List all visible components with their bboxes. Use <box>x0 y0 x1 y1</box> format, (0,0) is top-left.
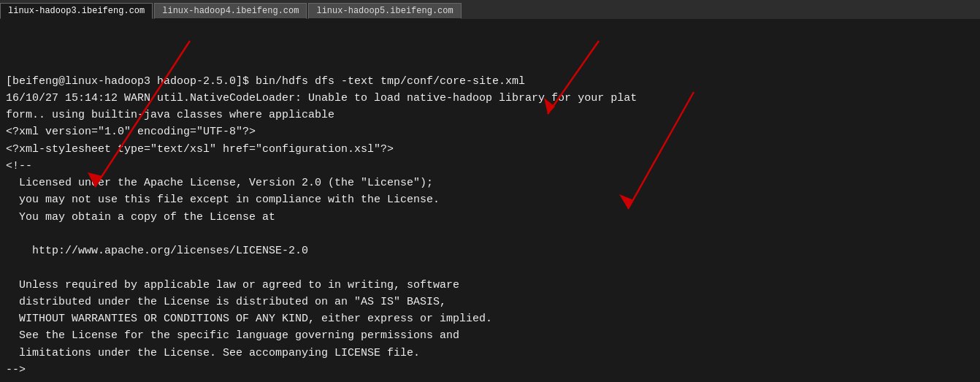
terminal-line-3: <?xml version="1.0" encoding="UTF-8"?> <box>6 123 974 140</box>
terminal-line-10: http://www.apache.org/licenses/LICENSE-2… <box>6 242 974 259</box>
terminal-line-2: form.. using builtin-java classes where … <box>6 107 974 123</box>
terminal-line-6: Licensed under the Apache License, Versi… <box>6 175 974 191</box>
terminal-line-1: 16/10/27 15:14:12 WARN util.NativeCodeLo… <box>6 90 974 107</box>
terminal-line-16: limitations under the License. See accom… <box>6 345 974 362</box>
tab-3[interactable]: linux-hadoop5.ibeifeng.com <box>308 3 461 19</box>
terminal: [beifeng@linux-hadoop3 hadoop-2.5.0]$ bi… <box>0 19 980 382</box>
terminal-line-14: WITHOUT WARRANTIES OR CONDITIONS OF ANY … <box>6 310 974 327</box>
terminal-line-11 <box>6 259 974 276</box>
terminal-line-18 <box>6 378 974 382</box>
tab-2[interactable]: linux-hadoop4.ibeifeng.com <box>154 3 307 19</box>
terminal-line-4: <?xml-stylesheet type="text/xsl" href="c… <box>6 141 974 158</box>
terminal-line-0: [beifeng@linux-hadoop3 hadoop-2.5.0]$ bi… <box>6 73 974 90</box>
terminal-line-12: Unless required by applicable law or agr… <box>6 277 974 294</box>
terminal-line-5: <!-- <box>6 158 974 175</box>
terminal-line-13: distributed under the License is distrib… <box>6 294 974 310</box>
terminal-line-17: --> <box>6 362 974 378</box>
terminal-line-9 <box>6 226 974 242</box>
terminal-line-7: you may not use this file except in comp… <box>6 191 974 208</box>
tab-bar: linux-hadoop3.ibeifeng.comlinux-hadoop4.… <box>0 0 980 19</box>
terminal-line-8: You may obtain a copy of the License at <box>6 209 974 226</box>
terminal-line-15: See the License for the specific languag… <box>6 327 974 344</box>
tab-1[interactable]: linux-hadoop3.ibeifeng.com <box>0 3 153 19</box>
